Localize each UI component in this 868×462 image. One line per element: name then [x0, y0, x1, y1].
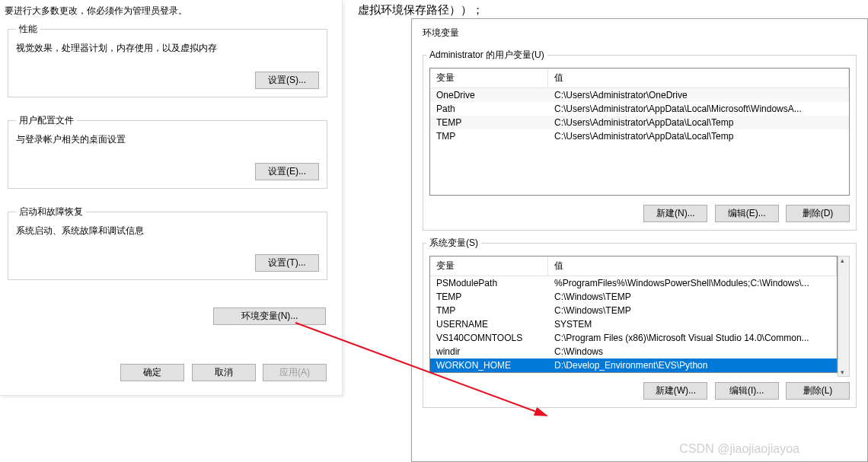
- cell-variable: TEMP: [430, 116, 548, 129]
- user-profiles-settings-button[interactable]: 设置(E)...: [255, 163, 319, 180]
- cell-variable: TEMP: [430, 290, 548, 304]
- startup-recovery-group: 启动和故障恢复 系统启动、系统故障和调试信息 设置(T)...: [8, 206, 327, 280]
- system-variables-table[interactable]: 变量 值 PSModulePath%ProgramFiles%\WindowsP…: [429, 256, 838, 373]
- ok-button[interactable]: 确定: [120, 364, 184, 381]
- cell-value: C:\Windows: [548, 345, 837, 358]
- cell-value: C:\Windows\TEMP: [548, 290, 837, 304]
- table-row[interactable]: windirC:\Windows: [430, 345, 837, 358]
- cell-variable: TMP: [430, 304, 548, 317]
- system-properties-panel: 要进行大多数更改，你必须作为管理员登录。 性能 视觉效果，处理器计划，内存使用，…: [0, 0, 343, 396]
- user-variables-table[interactable]: 变量 值 OneDriveC:\Users\Administrator\OneD…: [429, 68, 850, 196]
- cell-value: %ProgramFiles%\WindowsPowerShell\Modules…: [548, 276, 837, 290]
- header-value[interactable]: 值: [548, 256, 837, 276]
- header-variable[interactable]: 变量: [430, 256, 548, 276]
- watermark-text: CSDN @jiaojiaojiayoa: [679, 442, 799, 456]
- cell-variable: windir: [430, 345, 548, 358]
- apply-button[interactable]: 应用(A): [263, 364, 327, 381]
- startup-recovery-legend: 启动和故障恢复: [16, 206, 86, 218]
- performance-legend: 性能: [16, 23, 40, 36]
- cell-variable: Path: [430, 102, 548, 116]
- environment-variables-dialog: 环境变量 Administrator 的用户变量(U) 变量 值 OneDriv…: [411, 18, 868, 462]
- user-new-button[interactable]: 新建(N)...: [643, 205, 707, 222]
- table-row[interactable]: PathC:\Users\Administrator\AppData\Local…: [430, 102, 849, 116]
- table-row[interactable]: TMPC:\Windows\TEMP: [430, 304, 837, 317]
- dialog-footer: 确定 取消 应用(A): [116, 364, 327, 381]
- performance-group: 性能 视觉效果，处理器计划，内存使用，以及虚拟内存 设置(S)...: [8, 23, 327, 97]
- system-delete-button[interactable]: 删除(L): [786, 382, 850, 400]
- user-edit-button[interactable]: 编辑(E)...: [715, 205, 779, 222]
- cell-variable: TMP: [430, 129, 548, 143]
- user-profiles-group: 用户配置文件 与登录帐户相关的桌面设置 设置(E)...: [8, 114, 327, 189]
- table-header: 变量 值: [430, 256, 837, 276]
- environment-variables-button[interactable]: 环境变量(N)...: [213, 307, 326, 325]
- cell-value: C:\Windows\TEMP: [548, 304, 837, 317]
- cell-value: SYSTEM: [548, 317, 837, 331]
- performance-settings-button[interactable]: 设置(S)...: [255, 72, 319, 89]
- table-row[interactable]: TEMPC:\Users\Administrator\AppData\Local…: [430, 116, 849, 129]
- user-profiles-legend: 用户配置文件: [16, 114, 77, 127]
- performance-desc: 视觉效果，处理器计划，内存使用，以及虚拟内存: [16, 42, 319, 55]
- cancel-button[interactable]: 取消: [192, 364, 256, 381]
- admin-note: 要进行大多数更改，你必须作为管理员登录。: [5, 5, 187, 18]
- system-new-button[interactable]: 新建(W)...: [643, 382, 707, 400]
- cell-variable: USERNAME: [430, 317, 548, 331]
- system-button-row: 新建(W)... 编辑(I)... 删除(L): [423, 379, 856, 407]
- background-code-line: 虚拟环境保存路径））；: [358, 3, 483, 18]
- system-variables-group: 系统变量(S) 变量 值 PSModulePath%ProgramFiles%\…: [423, 237, 857, 408]
- table-header: 变量 值: [430, 69, 849, 88]
- startup-recovery-desc: 系统启动、系统故障和调试信息: [16, 225, 319, 237]
- cell-value: D:\Develop_Environment\EVS\Python: [548, 358, 837, 372]
- user-profiles-desc: 与登录帐户相关的桌面设置: [16, 133, 319, 146]
- env-dialog-title: 环境变量: [412, 19, 867, 43]
- system-variables-legend: 系统变量(S): [426, 237, 481, 250]
- startup-recovery-settings-button[interactable]: 设置(T)...: [255, 254, 319, 272]
- user-delete-button[interactable]: 删除(D): [786, 205, 850, 222]
- header-variable[interactable]: 变量: [430, 69, 548, 88]
- cell-variable: WORKON_HOME: [430, 358, 548, 372]
- table-row[interactable]: VS140COMNTOOLSC:\Program Files (x86)\Mic…: [430, 331, 837, 345]
- table-row[interactable]: OneDriveC:\Users\Administrator\OneDrive: [430, 88, 849, 102]
- cell-value: C:\Users\Administrator\AppData\Local\Tem…: [548, 129, 849, 143]
- right-area: 虚拟环境保存路径））； 环境变量 Administrator 的用户变量(U) …: [343, 0, 868, 462]
- cell-value: C:\Users\Administrator\OneDrive: [548, 88, 849, 102]
- table-row[interactable]: USERNAMESYSTEM: [430, 317, 837, 331]
- table-row[interactable]: TMPC:\Users\Administrator\AppData\Local\…: [430, 129, 849, 143]
- user-variables-group: Administrator 的用户变量(U) 变量 值 OneDriveC:\U…: [423, 49, 857, 231]
- vertical-scrollbar[interactable]: [838, 256, 850, 377]
- cell-value: C:\Users\Administrator\AppData\Local\Tem…: [548, 116, 849, 129]
- table-row[interactable]: TEMPC:\Windows\TEMP: [430, 290, 837, 304]
- cell-value: C:\Program Files (x86)\Microsoft Visual …: [548, 331, 837, 345]
- table-row[interactable]: WORKON_HOMED:\Develop_Environment\EVS\Py…: [430, 358, 837, 372]
- system-edit-button[interactable]: 编辑(I)...: [715, 382, 779, 400]
- cell-variable: PSModulePath: [430, 276, 548, 290]
- user-button-row: 新建(N)... 编辑(E)... 删除(D): [423, 202, 856, 230]
- cell-variable: OneDrive: [430, 88, 548, 102]
- cell-value: C:\Users\Administrator\AppData\Local\Mic…: [548, 102, 849, 116]
- cell-variable: VS140COMNTOOLS: [430, 331, 548, 345]
- user-variables-legend: Administrator 的用户变量(U): [426, 49, 547, 62]
- header-value[interactable]: 值: [548, 69, 849, 88]
- table-row[interactable]: PSModulePath%ProgramFiles%\WindowsPowerS…: [430, 276, 837, 290]
